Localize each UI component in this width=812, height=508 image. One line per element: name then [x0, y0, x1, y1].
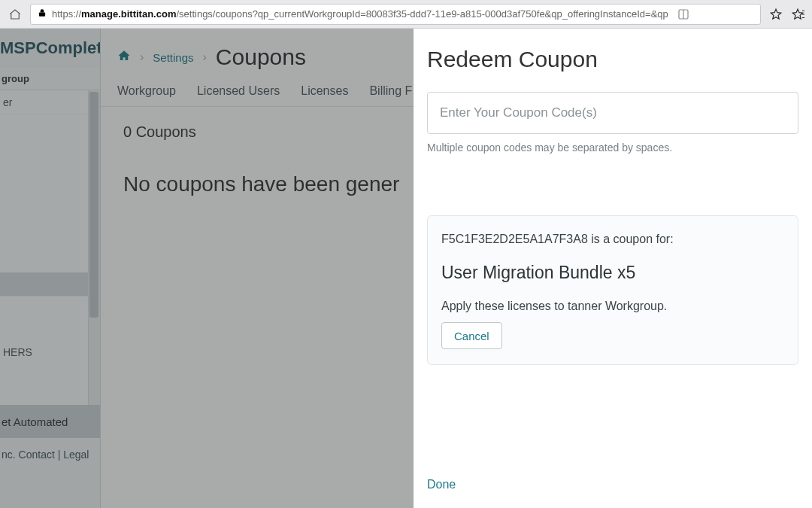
reader-mode-icon[interactable] [673, 4, 694, 25]
panel-title: Redeem Coupon [427, 47, 798, 72]
coupon-code-line: F5C1F3E2D2E5A1A7F3A8 is a coupon for: [441, 233, 784, 246]
coupon-apply-text: Apply these licenses to tanner Workgroup… [441, 300, 784, 313]
svg-rect-0 [39, 12, 45, 16]
redeem-coupon-panel: Redeem Coupon Multiple coupon codes may … [414, 29, 812, 508]
url-bar[interactable]: https:// manage.bittitan.com /settings/c… [30, 4, 761, 25]
coupon-product-name: User Migration Bundle x5 [441, 263, 784, 283]
favorites-list-icon[interactable] [791, 4, 807, 25]
coupon-code-input[interactable] [427, 92, 798, 134]
app-root: MSPComplete group er HERS et Automated n… [0, 29, 812, 508]
done-link[interactable]: Done [427, 478, 456, 491]
url-path: /settings/coupons?qp_currentWorkgroupId=… [176, 8, 668, 20]
lock-icon [37, 8, 47, 20]
url-protocol: https:// [52, 8, 81, 20]
url-domain: manage.bittitan.com [81, 8, 176, 20]
home-icon[interactable] [5, 4, 26, 25]
coupon-result-card: F5C1F3E2D2E5A1A7F3A8 is a coupon for: Us… [427, 215, 798, 365]
cancel-button[interactable]: Cancel [441, 322, 502, 349]
coupon-hint-text: Multiple coupon codes may be separated b… [427, 141, 798, 154]
browser-chrome: https:// manage.bittitan.com /settings/c… [0, 0, 812, 29]
favorite-star-icon[interactable] [765, 4, 786, 25]
